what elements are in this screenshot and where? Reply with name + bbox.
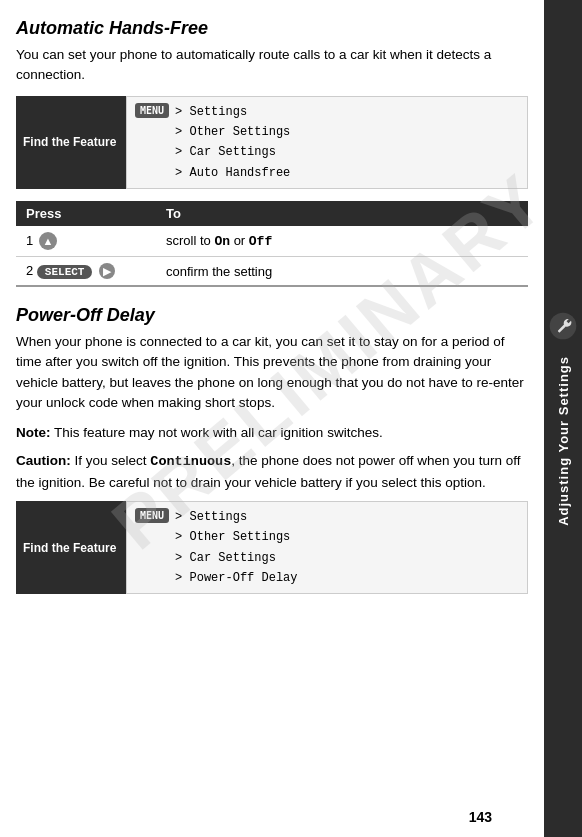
table-row: 1 ▲ scroll to On or Off bbox=[16, 226, 528, 257]
path-line: > Power-Off Delay bbox=[175, 568, 297, 588]
note-label: Note: bbox=[16, 425, 51, 440]
sidebar-label: Adjusting Your Settings bbox=[556, 356, 571, 526]
section1-body: You can set your phone to automatically … bbox=[16, 45, 528, 86]
row-number-2: 2 bbox=[26, 263, 33, 278]
wrench-icon bbox=[549, 312, 577, 340]
find-feature-box-1: Find the Feature MENU > Settings > Other… bbox=[16, 96, 528, 190]
section2-note: Note: This feature may not work with all… bbox=[16, 423, 528, 443]
find-feature-path-2: > Settings > Other Settings > Car Settin… bbox=[175, 507, 297, 589]
caution-body: If you select Continuous, the phone does… bbox=[16, 453, 521, 489]
find-feature-path-1: > Settings > Other Settings > Car Settin… bbox=[175, 102, 290, 184]
section2-caution: Caution: If you select Continuous, the p… bbox=[16, 451, 528, 493]
find-feature-content-1: MENU > Settings > Other Settings > Car S… bbox=[126, 96, 528, 190]
find-feature-content-2: MENU > Settings > Other Settings > Car S… bbox=[126, 501, 528, 595]
press-table: Press To 1 ▲ scroll to On or Off bbox=[16, 201, 528, 287]
table-cell-action-2: confirm the setting bbox=[156, 257, 528, 287]
table-cell-action-1: scroll to On or Off bbox=[156, 226, 528, 257]
section2-title: Power-Off Delay bbox=[16, 305, 528, 326]
find-feature-box-2: Find the Feature MENU > Settings > Other… bbox=[16, 501, 528, 595]
section2-body: When your phone is connected to a car ki… bbox=[16, 332, 528, 413]
note-body: This feature may not work with all car i… bbox=[54, 425, 383, 440]
wrench-icon-area bbox=[544, 312, 582, 340]
path-line: > Car Settings bbox=[175, 142, 290, 162]
table-header-to: To bbox=[156, 201, 528, 226]
table-cell-press-1: 1 ▲ bbox=[16, 226, 156, 257]
main-content: PRELIMINARY Automatic Hands-Free You can… bbox=[0, 0, 544, 837]
sidebar-tab: Adjusting Your Settings bbox=[544, 0, 582, 837]
path-line: > Car Settings bbox=[175, 548, 297, 568]
path-line: > Settings bbox=[175, 102, 290, 122]
off-text: Off bbox=[249, 234, 272, 249]
find-feature-label-1: Find the Feature bbox=[16, 96, 126, 190]
page-number: 143 bbox=[469, 809, 492, 825]
select-arrow-icon: ▶ bbox=[99, 263, 115, 279]
table-row: 2 SELECT ▶ confirm the setting bbox=[16, 257, 528, 287]
path-line: > Other Settings bbox=[175, 122, 290, 142]
nav-key-icon: ▲ bbox=[39, 232, 57, 250]
continuous-text: Continuous bbox=[150, 454, 231, 469]
find-feature-label-2: Find the Feature bbox=[16, 501, 126, 595]
path-line: > Other Settings bbox=[175, 527, 297, 547]
menu-icon-2: MENU bbox=[135, 508, 169, 523]
table-header-press: Press bbox=[16, 201, 156, 226]
section1-title: Automatic Hands-Free bbox=[16, 18, 528, 39]
select-key: SELECT bbox=[37, 265, 93, 279]
caution-label: Caution: bbox=[16, 453, 71, 468]
on-text: On bbox=[214, 234, 230, 249]
menu-icon-1: MENU bbox=[135, 103, 169, 118]
row-number-1: 1 bbox=[26, 233, 33, 248]
path-line: > Settings bbox=[175, 507, 297, 527]
path-line: > Auto Handsfree bbox=[175, 163, 290, 183]
table-cell-press-2: 2 SELECT ▶ bbox=[16, 257, 156, 287]
